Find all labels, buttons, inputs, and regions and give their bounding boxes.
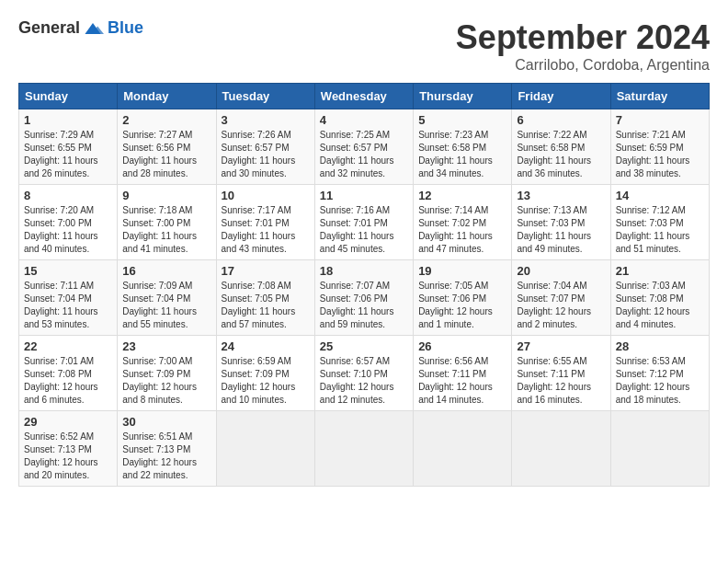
table-row: 16Sunrise: 7:09 AMSunset: 7:04 PMDayligh… — [118, 260, 216, 336]
table-row: 9Sunrise: 7:18 AMSunset: 7:00 PMDaylight… — [118, 185, 216, 260]
subtitle: Carrilobo, Cordoba, Argentina — [456, 57, 710, 74]
day-info: Sunrise: 6:52 AMSunset: 7:13 PMDaylight:… — [24, 431, 112, 482]
calendar-week-2: 8Sunrise: 7:20 AMSunset: 7:00 PMDaylight… — [19, 185, 710, 260]
day-info: Sunrise: 7:21 AMSunset: 6:59 PMDaylight:… — [616, 129, 704, 180]
day-info: Sunrise: 6:53 AMSunset: 7:12 PMDaylight:… — [616, 355, 704, 407]
table-row: 3Sunrise: 7:26 AMSunset: 6:57 PMDaylight… — [216, 109, 314, 185]
day-number: 11 — [320, 189, 408, 202]
table-row: 24Sunrise: 6:59 AMSunset: 7:09 PMDayligh… — [216, 336, 314, 411]
table-row: 14Sunrise: 7:12 AMSunset: 7:03 PMDayligh… — [610, 185, 709, 260]
day-info: Sunrise: 7:16 AMSunset: 7:01 PMDaylight:… — [320, 204, 408, 256]
table-row: 26Sunrise: 6:56 AMSunset: 7:11 PMDayligh… — [414, 336, 512, 411]
calendar-week-4: 22Sunrise: 7:01 AMSunset: 7:08 PMDayligh… — [19, 336, 710, 411]
table-row: 22Sunrise: 7:01 AMSunset: 7:08 PMDayligh… — [19, 336, 118, 411]
day-number: 6 — [517, 113, 605, 127]
day-number: 12 — [418, 189, 506, 202]
header-tuesday: Tuesday — [216, 84, 314, 109]
day-number: 22 — [24, 339, 112, 353]
logo-blue: Blue — [108, 18, 143, 38]
table-row — [414, 411, 512, 487]
day-info: Sunrise: 7:14 AMSunset: 7:02 PMDaylight:… — [418, 204, 506, 256]
day-info: Sunrise: 7:00 AMSunset: 7:09 PMDaylight:… — [122, 355, 210, 407]
day-number: 10 — [222, 189, 310, 202]
header-saturday: Saturday — [610, 84, 709, 109]
day-number: 20 — [517, 264, 605, 278]
day-info: Sunrise: 7:17 AMSunset: 7:01 PMDaylight:… — [222, 204, 310, 256]
logo: General Blue — [18, 18, 143, 38]
day-number: 19 — [418, 264, 506, 278]
table-row: 12Sunrise: 7:14 AMSunset: 7:02 PMDayligh… — [414, 185, 512, 260]
day-number: 9 — [122, 189, 210, 202]
main-title: September 2024 — [456, 18, 710, 57]
logo-icon — [82, 19, 104, 38]
calendar-week-1: 1Sunrise: 7:29 AMSunset: 6:55 PMDaylight… — [19, 109, 710, 185]
table-row — [314, 411, 413, 487]
day-number: 26 — [418, 339, 506, 353]
day-number: 8 — [24, 189, 112, 202]
header-thursday: Thursday — [414, 84, 512, 109]
table-row: 15Sunrise: 7:11 AMSunset: 7:04 PMDayligh… — [19, 260, 118, 336]
day-info: Sunrise: 6:57 AMSunset: 7:10 PMDaylight:… — [320, 355, 408, 407]
day-info: Sunrise: 7:13 AMSunset: 7:03 PMDaylight:… — [517, 204, 605, 256]
day-number: 5 — [418, 113, 506, 127]
day-info: Sunrise: 7:29 AMSunset: 6:55 PMDaylight:… — [24, 129, 112, 180]
day-number: 3 — [222, 113, 310, 127]
table-row: 6Sunrise: 7:22 AMSunset: 6:58 PMDaylight… — [512, 109, 610, 185]
table-row: 30Sunrise: 6:51 AMSunset: 7:13 PMDayligh… — [118, 411, 216, 487]
day-info: Sunrise: 7:11 AMSunset: 7:04 PMDaylight:… — [24, 280, 112, 331]
table-row: 13Sunrise: 7:13 AMSunset: 7:03 PMDayligh… — [512, 185, 610, 260]
calendar-week-3: 15Sunrise: 7:11 AMSunset: 7:04 PMDayligh… — [19, 260, 710, 336]
day-number: 15 — [24, 264, 112, 278]
table-row: 21Sunrise: 7:03 AMSunset: 7:08 PMDayligh… — [610, 260, 709, 336]
header-sunday: Sunday — [19, 84, 118, 109]
day-number: 16 — [122, 264, 210, 278]
header: General Blue September 2024 Carrilobo, C… — [18, 18, 710, 74]
day-number: 30 — [122, 415, 210, 429]
logo-general: General — [18, 18, 80, 38]
day-info: Sunrise: 7:07 AMSunset: 7:06 PMDaylight:… — [320, 280, 408, 331]
day-info: Sunrise: 7:20 AMSunset: 7:00 PMDaylight:… — [24, 204, 112, 256]
header-monday: Monday — [118, 84, 216, 109]
calendar-header-row: Sunday Monday Tuesday Wednesday Thursday… — [19, 84, 710, 109]
table-row: 1Sunrise: 7:29 AMSunset: 6:55 PMDaylight… — [19, 109, 118, 185]
day-info: Sunrise: 7:27 AMSunset: 6:56 PMDaylight:… — [122, 129, 210, 180]
table-row: 18Sunrise: 7:07 AMSunset: 7:06 PMDayligh… — [314, 260, 413, 336]
day-number: 4 — [320, 113, 408, 127]
day-number: 2 — [122, 113, 210, 127]
table-row: 8Sunrise: 7:20 AMSunset: 7:00 PMDaylight… — [19, 185, 118, 260]
day-info: Sunrise: 7:08 AMSunset: 7:05 PMDaylight:… — [222, 280, 310, 331]
day-number: 24 — [222, 339, 310, 353]
day-info: Sunrise: 6:51 AMSunset: 7:13 PMDaylight:… — [122, 431, 210, 482]
header-friday: Friday — [512, 84, 610, 109]
table-row: 7Sunrise: 7:21 AMSunset: 6:59 PMDaylight… — [610, 109, 709, 185]
table-row: 17Sunrise: 7:08 AMSunset: 7:05 PMDayligh… — [216, 260, 314, 336]
table-row: 2Sunrise: 7:27 AMSunset: 6:56 PMDaylight… — [118, 109, 216, 185]
table-row: 20Sunrise: 7:04 AMSunset: 7:07 PMDayligh… — [512, 260, 610, 336]
day-info: Sunrise: 7:12 AMSunset: 7:03 PMDaylight:… — [616, 204, 704, 256]
day-info: Sunrise: 6:55 AMSunset: 7:11 PMDaylight:… — [517, 355, 605, 407]
day-info: Sunrise: 7:05 AMSunset: 7:06 PMDaylight:… — [418, 280, 506, 331]
table-row — [512, 411, 610, 487]
title-section: September 2024 Carrilobo, Cordoba, Argen… — [456, 18, 710, 74]
day-info: Sunrise: 7:26 AMSunset: 6:57 PMDaylight:… — [222, 129, 310, 180]
day-info: Sunrise: 7:03 AMSunset: 7:08 PMDaylight:… — [616, 280, 704, 331]
table-row: 10Sunrise: 7:17 AMSunset: 7:01 PMDayligh… — [216, 185, 314, 260]
day-number: 29 — [24, 415, 112, 429]
day-number: 27 — [517, 339, 605, 353]
day-number: 28 — [616, 339, 704, 353]
calendar-week-5: 29Sunrise: 6:52 AMSunset: 7:13 PMDayligh… — [19, 411, 710, 487]
table-row: 23Sunrise: 7:00 AMSunset: 7:09 PMDayligh… — [118, 336, 216, 411]
day-info: Sunrise: 7:04 AMSunset: 7:07 PMDaylight:… — [517, 280, 605, 331]
table-row: 4Sunrise: 7:25 AMSunset: 6:57 PMDaylight… — [314, 109, 413, 185]
table-row — [610, 411, 709, 487]
day-number: 7 — [616, 113, 704, 127]
day-number: 13 — [517, 189, 605, 202]
day-info: Sunrise: 7:23 AMSunset: 6:58 PMDaylight:… — [418, 129, 506, 180]
day-number: 21 — [616, 264, 704, 278]
table-row: 25Sunrise: 6:57 AMSunset: 7:10 PMDayligh… — [314, 336, 413, 411]
day-number: 17 — [222, 264, 310, 278]
header-wednesday: Wednesday — [314, 84, 413, 109]
table-row: 27Sunrise: 6:55 AMSunset: 7:11 PMDayligh… — [512, 336, 610, 411]
calendar-table: Sunday Monday Tuesday Wednesday Thursday… — [18, 83, 710, 487]
day-number: 14 — [616, 189, 704, 202]
